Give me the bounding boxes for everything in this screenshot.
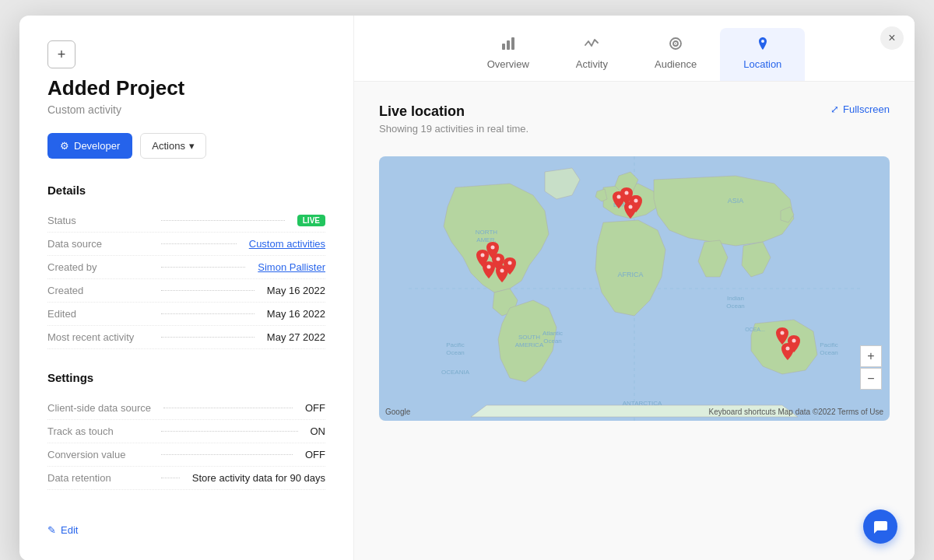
settings-title: Settings bbox=[47, 371, 325, 384]
edit-link[interactable]: ✎ Edit bbox=[47, 524, 325, 536]
tab-activity[interactable]: Activity bbox=[553, 28, 631, 81]
setting-label-clientside: Client-side data source bbox=[47, 402, 151, 414]
svg-text:Ocean: Ocean bbox=[446, 349, 465, 356]
svg-text:Pacific: Pacific bbox=[446, 341, 465, 348]
svg-rect-1 bbox=[507, 40, 510, 50]
setting-label-touch: Track as touch bbox=[47, 425, 149, 437]
map-container: Atlantic Ocean Pacific Ocean Pacific Oce… bbox=[379, 156, 890, 421]
tab-activity-label: Activity bbox=[576, 58, 608, 70]
setting-value-touch: ON bbox=[311, 425, 326, 437]
detail-label-status: Status bbox=[47, 215, 149, 226]
svg-point-5 bbox=[675, 43, 676, 44]
dotted-line-7 bbox=[163, 408, 293, 408]
svg-point-32 bbox=[508, 261, 512, 265]
setting-value-clientside: OFF bbox=[305, 402, 325, 414]
developer-button[interactable]: ⚙ Developer bbox=[47, 133, 132, 159]
svg-rect-0 bbox=[502, 44, 505, 50]
edit-icon: ✎ bbox=[47, 524, 56, 536]
dotted-line-8 bbox=[161, 431, 298, 432]
world-map: Atlantic Ocean Pacific Ocean Pacific Oce… bbox=[379, 156, 890, 421]
detail-row-created: Created May 16 2022 bbox=[47, 279, 325, 303]
dotted-line bbox=[161, 220, 285, 221]
tabs-bar: Overview Activity Audience Location bbox=[354, 16, 915, 82]
detail-value-created: May 16 2022 bbox=[267, 285, 325, 296]
svg-point-29 bbox=[497, 257, 500, 261]
svg-point-31 bbox=[500, 269, 504, 273]
detail-value-recent: May 27 2022 bbox=[267, 331, 325, 343]
svg-point-28 bbox=[491, 246, 495, 250]
detail-row-recent: Most recent activity May 27 2022 bbox=[47, 326, 325, 349]
detail-label-datasource: Data source bbox=[47, 238, 149, 250]
svg-text:AFRICA: AFRICA bbox=[617, 271, 643, 278]
tab-audience[interactable]: Audience bbox=[631, 28, 720, 81]
svg-text:OCEANIA: OCEANIA bbox=[441, 369, 470, 376]
detail-label-createdby: Created by bbox=[47, 261, 149, 273]
svg-text:Ocean: Ocean bbox=[543, 338, 562, 345]
setting-value-retention: Store activity data for 90 days bbox=[192, 472, 325, 484]
dotted-line-5 bbox=[161, 313, 255, 314]
details-title: Details bbox=[47, 184, 325, 197]
fullscreen-icon: ⤢ bbox=[830, 103, 839, 115]
chat-icon bbox=[872, 518, 889, 535]
detail-label-created: Created bbox=[47, 285, 149, 296]
project-icon: + bbox=[47, 40, 75, 68]
left-panel: + Added Project Custom activity ⚙ Develo… bbox=[19, 16, 354, 560]
actions-row: ⚙ Developer Actions ▾ bbox=[47, 133, 325, 159]
dotted-line-10 bbox=[161, 478, 180, 478]
zoom-out-button[interactable]: − bbox=[860, 368, 882, 390]
detail-label-recent: Most recent activity bbox=[47, 331, 149, 343]
map-info: Live location Showing 19 activities in r… bbox=[379, 103, 528, 147]
fullscreen-button[interactable]: ⤢ Fullscreen bbox=[830, 103, 890, 115]
map-header: Live location Showing 19 activities in r… bbox=[379, 103, 890, 147]
detail-row-status: Status LIVE bbox=[47, 209, 325, 233]
setting-row-touch: Track as touch ON bbox=[47, 420, 325, 443]
dotted-line-9 bbox=[161, 454, 293, 455]
detail-value-createdby[interactable]: Simon Pallister bbox=[258, 261, 325, 273]
dotted-line-4 bbox=[161, 290, 255, 291]
svg-text:Pacific: Pacific bbox=[820, 341, 838, 348]
map-footer-left: Google bbox=[385, 408, 410, 416]
setting-value-conversion: OFF bbox=[305, 449, 325, 460]
actions-button[interactable]: Actions ▾ bbox=[140, 133, 206, 159]
svg-point-38 bbox=[792, 339, 796, 343]
zoom-in-button[interactable]: + bbox=[860, 345, 882, 367]
chat-button[interactable] bbox=[863, 509, 897, 544]
setting-label-conversion: Conversion value bbox=[47, 449, 149, 460]
close-button[interactable]: × bbox=[880, 26, 904, 50]
svg-point-37 bbox=[781, 331, 785, 335]
detail-row-datasource: Data source Custom activities bbox=[47, 233, 325, 256]
right-panel: Overview Activity Audience Location bbox=[354, 16, 915, 560]
svg-text:ASIA: ASIA bbox=[728, 197, 744, 205]
live-location-title: Live location bbox=[379, 103, 528, 120]
tab-overview-label: Overview bbox=[487, 58, 529, 70]
setting-label-retention: Data retention bbox=[47, 472, 149, 484]
settings-section: Settings Client-side data source OFF Tra… bbox=[47, 371, 325, 490]
fullscreen-label: Fullscreen bbox=[843, 103, 890, 115]
detail-value-datasource[interactable]: Custom activities bbox=[249, 238, 325, 250]
live-badge: LIVE bbox=[297, 215, 325, 226]
audience-icon bbox=[668, 36, 683, 55]
gear-icon: ⚙ bbox=[60, 140, 69, 152]
tab-location[interactable]: Location bbox=[720, 28, 805, 81]
svg-text:OCEA...: OCEA... bbox=[745, 327, 765, 332]
overview-icon bbox=[500, 36, 516, 55]
svg-point-34 bbox=[625, 191, 629, 195]
svg-text:Ocean: Ocean bbox=[726, 303, 745, 310]
detail-value-edited: May 16 2022 bbox=[267, 308, 325, 320]
location-icon bbox=[755, 36, 771, 55]
tab-location-label: Location bbox=[743, 58, 781, 70]
edit-label: Edit bbox=[61, 524, 78, 536]
svg-text:SOUTH: SOUTH bbox=[518, 334, 540, 341]
setting-row-clientside: Client-side data source OFF bbox=[47, 397, 325, 420]
tab-audience-label: Audience bbox=[655, 58, 697, 70]
project-title: Added Project bbox=[47, 76, 325, 100]
tab-overview[interactable]: Overview bbox=[464, 28, 553, 81]
detail-label-edited: Edited bbox=[47, 308, 149, 320]
detail-row-edited: Edited May 16 2022 bbox=[47, 303, 325, 326]
svg-text:ANTARCTICA: ANTARCTICA bbox=[623, 400, 662, 407]
modal: × + Added Project Custom activity ⚙ Deve… bbox=[19, 16, 915, 560]
svg-text:NORTH: NORTH bbox=[476, 229, 498, 236]
live-location-subtitle: Showing 19 activities in real time. bbox=[379, 123, 528, 135]
svg-text:Atlantic: Atlantic bbox=[542, 330, 563, 337]
svg-point-35 bbox=[634, 199, 638, 203]
